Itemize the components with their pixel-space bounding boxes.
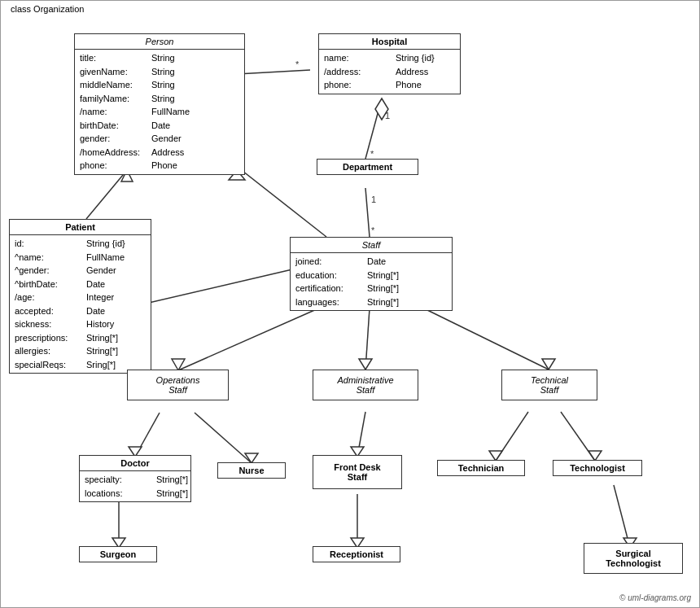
svg-text:*: *: [371, 225, 375, 235]
class-person-body: title:String givenName:String middleName…: [75, 50, 244, 174]
class-person-title: Person: [75, 34, 244, 50]
class-administrative-staff: AdministrativeStaff: [313, 370, 418, 400]
class-operations-staff-title: OperationsStaff: [128, 370, 228, 400]
svg-line-7: [365, 188, 370, 237]
svg-line-3: [365, 98, 382, 159]
svg-line-10: [86, 170, 127, 219]
class-hospital: Hospital name:String {id} /address:Addre…: [318, 33, 461, 94]
class-hospital-body: name:String {id} /address:Address phone:…: [319, 50, 460, 94]
svg-marker-15: [172, 359, 185, 370]
class-technician-title: Technician: [438, 461, 524, 475]
class-staff-title: Staff: [291, 238, 452, 253]
class-surgical-technologist: SurgicalTechnologist: [584, 543, 683, 574]
class-surgeon: Surgeon: [79, 546, 157, 562]
svg-line-28: [561, 412, 595, 461]
svg-text:*: *: [370, 149, 374, 159]
class-surgeon-title: Surgeon: [80, 547, 156, 562]
svg-line-16: [365, 308, 370, 370]
svg-line-24: [357, 412, 365, 457]
svg-line-26: [496, 412, 528, 461]
svg-line-34: [614, 485, 630, 548]
class-patient-body: id:String {id} ^name:FullName ^gender:Ge…: [10, 235, 151, 373]
copyright: © uml-diagrams.org: [619, 593, 691, 602]
class-staff: Staff joined:Date education:String[*] ce…: [290, 237, 453, 311]
class-doctor-title: Doctor: [80, 456, 190, 471]
class-doctor-body: specialty:String[*] locations:String[*]: [80, 471, 190, 501]
class-surgical-technologist-title: SurgicalTechnologist: [584, 544, 682, 573]
svg-text:*: *: [295, 59, 300, 69]
class-department: Department: [317, 159, 418, 175]
class-technician: Technician: [437, 460, 525, 476]
diagram-title: class Organization: [7, 4, 88, 14]
class-receptionist-title: Receptionist: [313, 547, 400, 562]
class-technologist-title: Technologist: [553, 461, 641, 475]
svg-marker-19: [542, 359, 555, 370]
diagram-container: class Organization * * 1 * 1 *: [0, 0, 700, 608]
svg-line-18: [424, 308, 549, 370]
class-administrative-staff-title: AdministrativeStaff: [313, 370, 418, 400]
class-technologist: Technologist: [553, 460, 642, 476]
class-receptionist: Receptionist: [313, 546, 400, 562]
svg-marker-4: [375, 98, 388, 120]
class-patient: Patient id:String {id} ^name:FullName ^g…: [9, 219, 151, 374]
svg-text:1: 1: [371, 195, 376, 204]
svg-text:1: 1: [385, 111, 390, 120]
svg-line-20: [135, 413, 160, 457]
class-department-title: Department: [317, 160, 418, 174]
class-technical-staff-title: TechnicalStaff: [502, 370, 597, 400]
svg-line-22: [195, 413, 252, 463]
svg-marker-17: [359, 359, 372, 370]
class-person: Person title:String givenName:String mid…: [74, 33, 245, 175]
class-front-desk-staff-title: Front DeskStaff: [313, 456, 401, 488]
class-staff-body: joined:Date education:String[*] certific…: [291, 253, 452, 310]
class-nurse: Nurse: [217, 462, 286, 479]
class-nurse-title: Nurse: [218, 463, 285, 478]
class-front-desk-staff: Front DeskStaff: [313, 455, 402, 489]
class-technical-staff: TechnicalStaff: [501, 370, 597, 400]
svg-line-0: [237, 70, 310, 74]
class-operations-staff: OperationsStaff: [127, 370, 229, 400]
class-hospital-title: Hospital: [319, 34, 460, 50]
class-doctor: Doctor specialty:String[*] locations:Str…: [79, 455, 191, 502]
svg-line-14: [178, 308, 318, 370]
class-patient-title: Patient: [10, 220, 151, 235]
